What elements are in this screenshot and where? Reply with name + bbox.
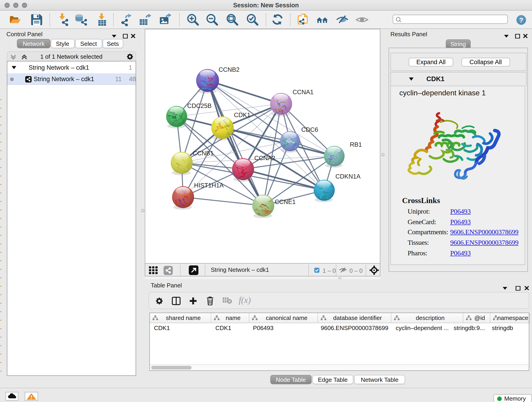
svg-text:RB1: RB1 xyxy=(350,141,362,148)
svg-text:CCNA2: CCNA2 xyxy=(254,155,275,162)
svg-text:HIST1H1A: HIST1H1A xyxy=(194,182,224,189)
svg-text:CCNB2: CCNB2 xyxy=(219,66,240,73)
svg-text:CDC25B: CDC25B xyxy=(187,102,212,109)
svg-text:CDKN1A: CDKN1A xyxy=(336,173,361,180)
svg-text:CCNB1: CCNB1 xyxy=(193,150,214,157)
svg-text:CCNA1: CCNA1 xyxy=(293,89,314,96)
svg-text:CDK1: CDK1 xyxy=(234,112,250,119)
svg-text:CDC6: CDC6 xyxy=(301,126,318,133)
svg-text:CCNE1: CCNE1 xyxy=(275,198,296,205)
